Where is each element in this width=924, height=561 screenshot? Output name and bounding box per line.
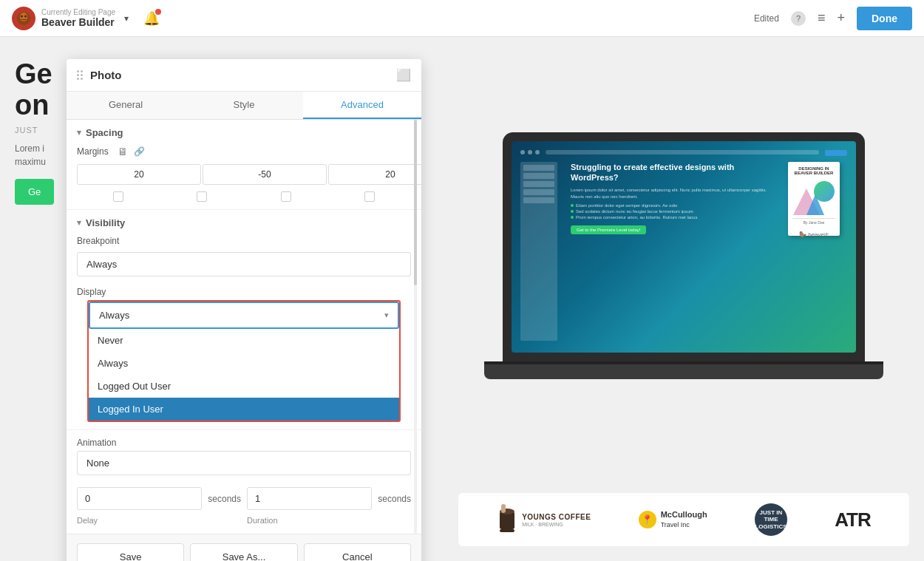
atr-text-logo: ATR <box>835 509 871 531</box>
margin-right-input[interactable] <box>203 164 327 185</box>
logo-youngs-coffee: YOUNGS COFFEE MILK · BREWING <box>497 504 591 535</box>
modal-tabs: General Style Advanced <box>67 92 421 120</box>
display-option-logged-out[interactable]: Logged Out User <box>89 375 399 398</box>
main-content: Geon JUST Lorem imaximu Ge Photo ⬜ Gener… <box>0 37 924 561</box>
margins-device-icon[interactable]: 🖥 <box>118 146 128 157</box>
notification-dot <box>155 9 161 15</box>
visibility-chevron-icon: ▾ <box>77 218 81 228</box>
spacing-chevron-icon: ▾ <box>77 128 81 137</box>
topbar: Currently Editing Page Beaver Builder ▾ … <box>0 0 924 37</box>
svg-point-3 <box>24 15 27 17</box>
modal-panel: Photo ⬜ General Style Advanced ▾ Spacing <box>67 59 421 561</box>
tab-general[interactable]: General <box>67 92 185 119</box>
save-as-button[interactable]: Save As... <box>190 543 297 561</box>
drag-handle[interactable] <box>77 70 83 80</box>
logistics-circle-icon: JUST IN TIMELOGISTICS <box>755 503 787 536</box>
delay-label: Delay <box>77 516 98 525</box>
duration-column <box>247 487 372 510</box>
margin-inputs-row: px % em <box>67 163 421 190</box>
laptop-list-item-1: Etiam porttitor dolor eget semper dignis… <box>571 203 775 208</box>
duration-input[interactable] <box>247 487 372 510</box>
laptop-hinge <box>484 361 883 364</box>
display-select-wrapper: Always ▾ <box>89 302 399 329</box>
timing-row: seconds seconds <box>67 481 421 513</box>
page-cta-button[interactable]: Ge <box>15 179 54 205</box>
delay-input[interactable] <box>77 487 202 510</box>
duration-label-col: Duration <box>247 513 411 526</box>
book-graphic <box>793 178 835 215</box>
laptop-list-item-2: Sed sodales dictum nunc eu feugiat lacus… <box>571 209 775 214</box>
visibility-section: ▾ Visibility Breakpoint Always Desktop T… <box>67 209 421 284</box>
edited-label: Edited <box>754 13 779 24</box>
margin-right-checkbox[interactable] <box>197 191 207 202</box>
laptop-sidebar <box>520 162 557 341</box>
svg-text:🦫 beaverbuilder: 🦫 beaverbuilder <box>799 231 829 237</box>
right-panel: Struggling to create effective designs w… <box>458 52 909 546</box>
delay-label-col: Delay <box>77 513 241 526</box>
display-option-always[interactable]: Always <box>89 352 399 375</box>
breakpoint-select[interactable]: Always Desktop Tablet Mobile <box>77 252 411 276</box>
topbar-subtitle: Currently Editing Page <box>41 8 115 16</box>
modal-body: ▾ Spacing Margins 🖥 🔗 px <box>67 120 421 534</box>
display-select-button[interactable]: Always ▾ <box>90 303 398 327</box>
page-sub: JUST <box>15 126 54 135</box>
logo-atr: ATR <box>835 509 871 531</box>
margin-top-input[interactable] <box>77 164 201 185</box>
animation-select[interactable]: None Fade In Slide In <box>77 451 411 475</box>
laptop-base <box>484 364 883 379</box>
delay-unit: seconds <box>208 487 241 510</box>
mccullough-text: McCullough Travel Inc <box>661 510 707 529</box>
page-background-content: Geon JUST Lorem imaximu Ge <box>15 52 54 205</box>
delay-column <box>77 487 202 510</box>
delay-unit-label: seconds <box>208 494 241 504</box>
book-title: DESIGNING IN BEAVER BUILDER <box>792 166 835 175</box>
done-button[interactable]: Done <box>857 7 912 30</box>
help-icon[interactable]: ? <box>791 11 806 26</box>
topbar-title-group: Currently Editing Page Beaver Builder <box>41 8 115 28</box>
margin-bottom-input[interactable] <box>328 164 421 185</box>
modal-title: Photo <box>90 69 396 81</box>
book-author: By Jane Doe <box>792 220 835 225</box>
laptop-container: Struggling to create effective designs w… <box>458 52 909 478</box>
animation-section: Animation None Fade In Slide In <box>67 429 421 481</box>
display-dropdown-options: Never Always Logged Out User Logged In U… <box>89 329 399 421</box>
display-option-never[interactable]: Never <box>89 329 399 352</box>
spacing-section-header[interactable]: ▾ Spacing <box>67 120 421 143</box>
tab-style[interactable]: Style <box>185 92 303 119</box>
laptop-screen-content: Struggling to create effective designs w… <box>512 141 856 353</box>
laptop-outer: Struggling to create effective designs w… <box>484 132 883 398</box>
margins-link-icon[interactable]: 🔗 <box>134 146 145 157</box>
breakpoint-label: Breakpoint <box>67 233 421 249</box>
visibility-section-header[interactable]: ▾ Visibility <box>67 210 421 233</box>
coffee-cup-icon <box>497 504 517 535</box>
display-dropdown-container: Always ▾ Never Always Logged Out User Lo… <box>87 300 401 422</box>
modal-header: Photo ⬜ <box>67 59 421 92</box>
save-button[interactable]: Save <box>77 543 184 561</box>
svg-point-2 <box>21 15 23 17</box>
cancel-button[interactable]: Cancel <box>304 543 411 561</box>
animation-select-wrap: None Fade In Slide In <box>77 451 411 475</box>
duration-unit-label: seconds <box>378 494 411 504</box>
tab-advanced[interactable]: Advanced <box>303 92 421 119</box>
display-option-logged-in[interactable]: Logged In User <box>89 398 399 421</box>
margins-row: Margins 🖥 🔗 <box>67 143 421 163</box>
menu-list-icon[interactable]: ≡ <box>818 10 826 26</box>
visibility-label: Visibility <box>86 217 125 228</box>
margin-bottom-checkbox[interactable] <box>281 191 291 202</box>
laptop-screen: Struggling to create effective designs w… <box>512 141 856 353</box>
beaver-logo <box>12 7 35 30</box>
dropdown-arrow-icon[interactable]: ▾ <box>124 13 129 24</box>
breakpoint-select-wrap: Always Desktop Tablet Mobile <box>67 249 421 284</box>
svg-rect-8 <box>500 529 514 532</box>
add-icon[interactable]: + <box>837 10 845 26</box>
notification-bell-icon[interactable]: 🔔 <box>143 10 160 27</box>
travel-pin-icon: 📍 <box>639 511 656 528</box>
laptop-list-item-3: Proin tempus consectetur arion, au lobor… <box>571 215 775 220</box>
left-panel: Geon JUST Lorem imaximu Ge Photo ⬜ Gener… <box>15 52 444 546</box>
laptop-topbar <box>520 150 847 156</box>
margin-left-checkbox[interactable] <box>364 191 375 202</box>
coffee-text: YOUNGS COFFEE MILK · BREWING <box>522 513 591 527</box>
maximize-icon[interactable]: ⬜ <box>396 68 411 82</box>
margin-top-checkbox[interactable] <box>113 191 123 202</box>
laptop-main: Struggling to create effective designs w… <box>520 162 847 341</box>
